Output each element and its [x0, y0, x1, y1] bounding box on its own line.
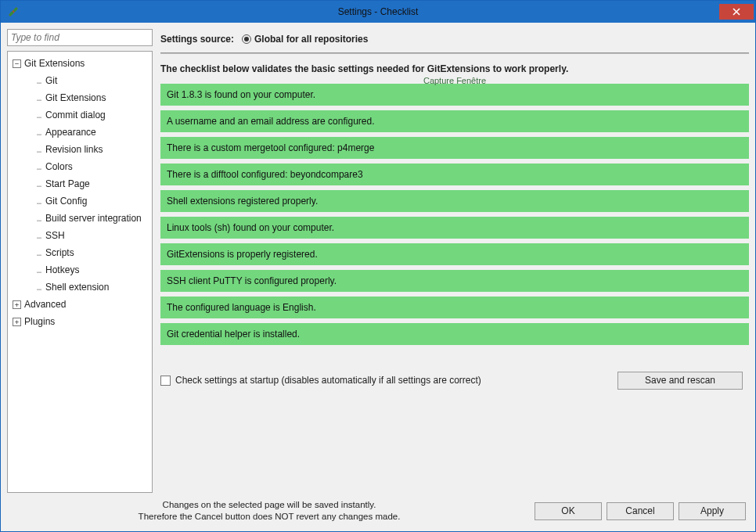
tree-item-label: Start Page [45, 178, 90, 189]
tree-item-ssh[interactable]: …SSH [9, 227, 150, 244]
check-text: The configured language is English. [167, 302, 316, 313]
check-row: GitExtensions is properly registered. [160, 243, 749, 265]
expand-icon[interactable]: + [13, 318, 21, 326]
check-text: A username and an email address are conf… [167, 116, 375, 127]
close-button[interactable] [719, 4, 754, 20]
tree-leaf-dots-icon: … [37, 283, 42, 292]
apply-button[interactable]: Apply [679, 502, 746, 520]
tree-leaf-dots-icon: … [37, 94, 42, 102]
tree-leaf-dots-icon: … [37, 232, 42, 240]
tree-item-commit-dialog[interactable]: …Commit dialog [9, 106, 150, 124]
settings-window: Settings - Checklist −Git Extensions…Git… [0, 0, 756, 532]
cancel-button[interactable]: Cancel [607, 502, 674, 520]
tree-item-label: Colors [45, 161, 73, 172]
tree-item-start-page[interactable]: …Start Page [9, 175, 150, 192]
main-panel: Settings source: Global for all reposito… [160, 29, 749, 493]
tree-leaf-dots-icon: … [37, 197, 42, 206]
check-text: Linux tools (sh) found on your computer. [167, 222, 334, 233]
search-input[interactable] [7, 29, 153, 46]
tree-item-plugins[interactable]: +Plugins [9, 313, 150, 330]
check-text: Git 1.8.3 is found on your computer. [167, 89, 315, 100]
tree-leaf-dots-icon: … [37, 249, 42, 257]
tree-item-scripts[interactable]: …Scripts [9, 244, 150, 261]
tree-leaf-dots-icon: … [37, 128, 42, 137]
check-row: There is a difftool configured: beyondco… [160, 164, 749, 185]
check-row: Linux tools (sh) found on your computer. [160, 217, 749, 239]
ok-button[interactable]: OK [535, 502, 602, 520]
tree-leaf-dots-icon: … [37, 180, 42, 189]
checklist-intro: The checklist below validates the basic … [160, 63, 749, 74]
tree-item-colors[interactable]: …Colors [9, 158, 150, 175]
settings-source-label: Settings source: [160, 34, 234, 45]
collapse-icon[interactable]: − [13, 59, 21, 68]
check-startup-label: Check settings at startup (disables auto… [175, 375, 481, 386]
check-text: GitExtensions is properly registered. [167, 249, 318, 260]
check-text: Shell extensions registered properly. [167, 196, 318, 207]
tree-item-label: Git [45, 75, 57, 86]
tree-item-label: Shell extension [45, 282, 109, 293]
divider [160, 52, 749, 54]
window-title: Settings - Checklist [1, 6, 755, 17]
tree-item-label: Appearance [45, 127, 96, 138]
tree-item-label: Revision links [45, 144, 103, 155]
check-startup-checkbox[interactable] [160, 376, 171, 386]
tree-item-label: Git Extensions [24, 58, 85, 69]
tree-item-revision-links[interactable]: …Revision links [9, 141, 150, 158]
tree-item-label: Git Config [45, 196, 87, 207]
tree-item-label: Hotkeys [45, 264, 79, 275]
check-row: Git 1.8.3 is found on your computer. [160, 84, 749, 106]
footer-note-1: Changes on the selected page will be sav… [10, 499, 528, 512]
check-row: Shell extensions registered properly. [160, 190, 749, 212]
source-global-label: Global for all repositories [254, 34, 368, 45]
footer-note-2: Therefore the Cancel button does NOT rev… [10, 511, 528, 523]
save-rescan-button[interactable]: Save and rescan [617, 372, 743, 390]
settings-tree[interactable]: −Git Extensions…Git…Git Extensions…Commi… [7, 51, 153, 493]
check-text: SSH client PuTTY is configured properly. [167, 275, 337, 286]
tree-leaf-dots-icon: … [37, 111, 42, 120]
tree-leaf-dots-icon: … [37, 214, 42, 223]
tree-item-git-extensions[interactable]: …Git Extensions [9, 89, 150, 106]
check-row: A username and an email address are conf… [160, 110, 749, 132]
footer: Changes on the selected page will be sav… [7, 493, 749, 525]
startup-row: Check settings at startup (disables auto… [160, 375, 749, 386]
tree-item-build-server-integration[interactable]: …Build server integration [9, 210, 150, 227]
check-row: There is a custom mergetool configured: … [160, 137, 749, 159]
check-text: There is a custom mergetool configured: … [167, 142, 374, 153]
source-global-radio[interactable]: Global for all repositories [242, 34, 368, 45]
tree-item-hotkeys[interactable]: …Hotkeys [9, 261, 150, 279]
tree-item-advanced[interactable]: +Advanced [9, 296, 150, 313]
check-row: Git credential helper is installed. [160, 323, 749, 345]
titlebar: Settings - Checklist [1, 1, 755, 23]
checklist: Git 1.8.3 is found on your computer.A us… [160, 84, 749, 350]
tree-item-label: Plugins [24, 316, 55, 327]
footer-notes: Changes on the selected page will be sav… [10, 499, 528, 523]
tree-item-label: Git Extensions [45, 92, 106, 103]
check-text: There is a difftool configured: beyondco… [167, 169, 363, 180]
tree-leaf-dots-icon: … [37, 163, 42, 171]
tree-item-label: Scripts [45, 247, 74, 258]
tree-item-git[interactable]: …Git [9, 72, 150, 89]
body-area: −Git Extensions…Git…Git Extensions…Commi… [7, 29, 749, 493]
tree-item-git-config[interactable]: …Git Config [9, 192, 150, 210]
tree-item-label: Commit dialog [45, 110, 106, 120]
tree-item-label: SSH [45, 230, 65, 241]
close-icon [733, 8, 740, 16]
settings-source-row: Settings source: Global for all reposito… [160, 29, 749, 52]
app-icon [7, 5, 20, 18]
tree-item-appearance[interactable]: …Appearance [9, 124, 150, 141]
radio-icon [242, 34, 251, 44]
check-text: Git credential helper is installed. [167, 329, 300, 340]
tree-item-git-extensions[interactable]: −Git Extensions [9, 55, 150, 72]
check-row: SSH client PuTTY is configured properly. [160, 270, 749, 292]
check-row: The configured language is English. [160, 297, 749, 318]
tree-item-label: Build server integration [45, 213, 142, 224]
tree-leaf-dots-icon: … [37, 77, 42, 85]
client-area: −Git Extensions…Git…Git Extensions…Commi… [1, 23, 755, 531]
footer-buttons: OK Cancel Apply [535, 502, 746, 520]
tree-item-shell-extension[interactable]: …Shell extension [9, 279, 150, 296]
tree-leaf-dots-icon: … [37, 146, 42, 154]
sidebar: −Git Extensions…Git…Git Extensions…Commi… [7, 29, 153, 493]
tree-leaf-dots-icon: … [37, 266, 42, 275]
tree-item-label: Advanced [24, 299, 66, 310]
expand-icon[interactable]: + [13, 300, 21, 309]
